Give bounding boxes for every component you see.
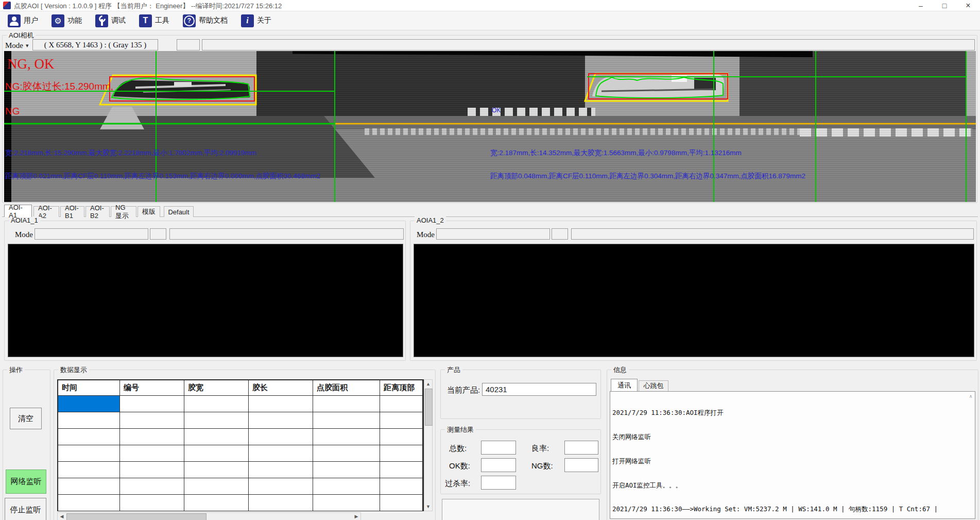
left-stats-line1: 宽:2.218mm,长:15.290mm,最大胶宽:2.2218mm,最小:1.… (5, 148, 256, 158)
table-header-row: 时间 编号 胶宽 胶长 点胶面积 距离顶部 (58, 380, 423, 396)
yield-field[interactable] (564, 441, 598, 455)
total-field[interactable] (481, 441, 516, 455)
toolbar-item-label: 关于 (257, 16, 271, 25)
ng-reason-overlay-text: NG:胶体过长:15.290mm, (5, 80, 113, 93)
scroll-thumb[interactable] (425, 389, 433, 426)
data-table: 时间 编号 胶宽 胶长 点胶面积 距离顶部 (57, 379, 424, 511)
col-header-glue-length: 胶长 (249, 380, 313, 396)
scroll-right-icon[interactable]: ▶ (353, 513, 360, 520)
main-toolbar: 用户 ⚙ 功能 调试 T 工具 ? 帮助文档 i 关于 (0, 11, 980, 30)
col-header-glue-width: 胶宽 (184, 380, 249, 396)
panel1-field-1[interactable] (35, 228, 148, 240)
overkill-field[interactable] (481, 476, 516, 490)
operate-group-label: 操作 (7, 365, 25, 375)
current-product-label: 当前产品: (447, 385, 480, 395)
panel2-image-view (414, 244, 974, 357)
log-line: 关闭网络监听 (612, 433, 973, 441)
toolbar-item-tools[interactable]: T 工具 (134, 13, 174, 29)
toolbar-item-debug[interactable]: 调试 (91, 13, 130, 29)
ok-count-label: OK数: (449, 461, 470, 471)
toolbar-item-label: 功能 (67, 16, 82, 25)
tab-comm[interactable]: 通讯 (611, 379, 638, 391)
panel2-field-1[interactable] (436, 228, 550, 240)
stop-listen-button[interactable]: 停止监听 (5, 498, 46, 520)
table-vertical-scrollbar[interactable]: ▲ ▼ (424, 379, 433, 511)
ok-count-field[interactable] (481, 458, 516, 472)
tab-heartbeat[interactable]: 心跳包 (639, 380, 668, 391)
toolbar-item-label: 帮助文档 (199, 16, 228, 25)
camera-field-2[interactable] (177, 39, 200, 51)
table-horizontal-scrollbar[interactable]: ◀ ▶ (57, 512, 361, 520)
camera-view[interactable]: NG, OK NG:胶体过长:15.290mm, NG OK 宽:2.218mm… (4, 51, 976, 202)
panel1-field-3[interactable] (169, 228, 404, 240)
window-title: 点胶AOI [ Version : 1.0.0.9 ] 程序 【当前用户： En… (14, 2, 282, 11)
panel1-image-view (8, 244, 403, 357)
result-overlay-text: NG, OK (7, 56, 55, 72)
maximize-button[interactable]: □ (933, 0, 956, 11)
scroll-left-icon[interactable]: ◀ (58, 513, 65, 520)
tools-icon: T (139, 14, 152, 27)
app-window: 点胶AOI [ Version : 1.0.0.9 ] 程序 【当前用户： En… (0, 0, 980, 520)
minimize-button[interactable]: – (909, 0, 933, 11)
comm-log[interactable]: 2021/7/29 11:36:30:AOI程序打开 关闭网络监听 打开网络监听… (610, 391, 975, 519)
log-line: 打开网络监听 (612, 457, 973, 465)
panel1-field-2[interactable] (150, 228, 166, 240)
col-header-id: 编号 (120, 380, 184, 396)
scroll-up-icon[interactable]: ▲ (424, 380, 432, 388)
camera-coordinate-field[interactable]: ( X 6568, Y 1463 ) : ( Gray 135 ) (32, 39, 158, 51)
tab-aoi-a2[interactable]: AOI-A2 (33, 206, 59, 217)
yield-label: 良率: (531, 444, 549, 454)
panel-label: AOIA1_2 (415, 216, 446, 224)
table-row[interactable] (58, 412, 423, 429)
right-stats-line1: 宽:2.187mm,长:14.352mm,最大胶宽:1.5663mm,最小:0.… (490, 148, 742, 158)
wrench-icon (95, 14, 108, 27)
toolbar-item-user[interactable]: 用户 (3, 13, 43, 29)
camera-field-3[interactable] (202, 39, 975, 51)
current-product-field[interactable]: 40231 (482, 383, 596, 396)
table-row[interactable] (58, 429, 423, 445)
network-listen-button[interactable]: 网络监听 (6, 469, 46, 494)
table-row[interactable] (58, 462, 423, 478)
panel2-field-2[interactable] (552, 228, 568, 240)
measure-result-group: 测量结果 总数: 良率: OK数: NG数: 过杀率: (440, 429, 601, 494)
product-list-box[interactable] (442, 499, 599, 520)
tab-template[interactable]: 模版 (137, 206, 160, 217)
tab-aoi-b2[interactable]: AOI-B2 (85, 206, 110, 217)
ng-count-field[interactable] (564, 458, 598, 472)
product-group-label: 产品 (445, 365, 462, 375)
total-label: 总数: (449, 444, 467, 454)
log-line: 2021/7/29 11:36:30——>Working Set: VM:523… (612, 505, 973, 513)
about-icon: i (241, 14, 254, 27)
clear-button[interactable]: 清空 (10, 408, 42, 429)
col-header-time: 时间 (58, 380, 120, 396)
panel2-field-3[interactable] (571, 228, 974, 240)
title-bar: 点胶AOI [ Version : 1.0.0.9 ] 程序 【当前用户： En… (0, 0, 980, 11)
data-display-group-label: 数据显示 (58, 365, 89, 375)
toolbar-item-label: 调试 (111, 16, 126, 25)
scroll-thumb[interactable] (66, 513, 207, 520)
table-row[interactable] (58, 495, 423, 511)
toolbar-item-help[interactable]: ? 帮助文档 (178, 13, 232, 29)
table-row[interactable] (58, 396, 423, 412)
close-button[interactable]: × (956, 0, 980, 11)
table-row[interactable] (58, 445, 423, 462)
camera-mode-dropdown[interactable]: Mode (5, 40, 29, 51)
info-group-label: 信息 (611, 365, 629, 375)
toolbar-item-function[interactable]: ⚙ 功能 (47, 13, 87, 29)
app-icon (3, 2, 11, 9)
log-line: 2021/7/29 11:36:30:AOI程序打开 (612, 409, 973, 417)
log-scroll-up-icon[interactable]: ∧ (967, 393, 974, 400)
tab-ng-display[interactable]: NG显示 (111, 206, 136, 217)
camera-group-label: AOI相机 (7, 31, 36, 40)
toolbar-item-label: 用户 (24, 16, 38, 25)
ok-overlay-text: OK (492, 107, 501, 114)
tab-aoi-b1[interactable]: AOI-B1 (60, 206, 84, 217)
log-line: 开启AOI监控工具。。。 (612, 481, 973, 490)
scroll-down-icon[interactable]: ▼ (424, 503, 432, 510)
tab-aoi-a1[interactable]: AOI-A1 (4, 205, 32, 217)
table-row[interactable] (58, 478, 423, 495)
panel-aoia1-2: AOIA1_2 Mode (410, 221, 977, 361)
tab-default[interactable]: Default (164, 206, 194, 217)
panel-aoia1-1: AOIA1_1 Mode (4, 221, 406, 361)
toolbar-item-about[interactable]: i 关于 (236, 13, 276, 29)
